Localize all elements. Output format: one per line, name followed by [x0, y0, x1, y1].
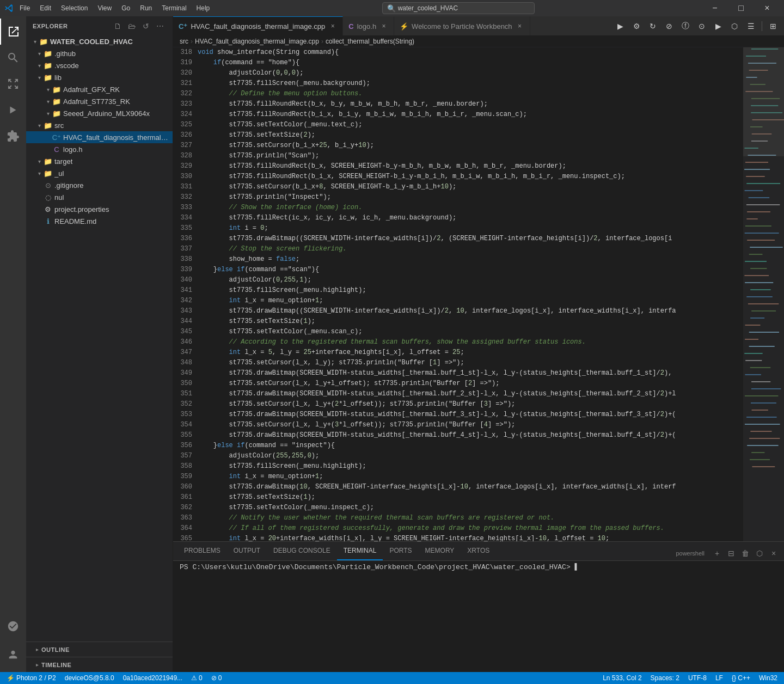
outline-arrow-icon: ▸	[33, 645, 41, 654]
activity-search-icon[interactable]	[0, 45, 26, 71]
new-folder-button[interactable]: 🗁	[126, 20, 138, 32]
tree-item[interactable]: ▾ 📁 .vscode	[26, 59, 173, 71]
close-button[interactable]: ×	[755, 0, 780, 16]
breadcrumb-function[interactable]: collect_thermal_buffers(String)	[326, 38, 414, 45]
code-line: 342 int i_x = menu_option+1;	[173, 296, 743, 306]
panel-add-button[interactable]: +	[711, 547, 723, 559]
run-f-button[interactable]: ⓕ	[678, 19, 693, 34]
search-input[interactable]	[398, 4, 530, 12]
code-editor[interactable]: 318void show_interface(String command){3…	[173, 47, 743, 541]
terminal-caret: ▌	[575, 563, 579, 571]
line-content: }else if(command =="scan"){	[198, 265, 319, 275]
minimize-button[interactable]: −	[702, 0, 727, 16]
tab-cpp[interactable]: C⁺ HVAC_fault_diagnosis_thermal_image.cp…	[173, 16, 343, 35]
tab-logo[interactable]: C logo.h ×	[343, 16, 394, 35]
status-device-id[interactable]: 0a10aced2021949...	[121, 672, 185, 684]
timeline-section[interactable]: ▸ TIMELINE	[26, 657, 173, 672]
tree-item[interactable]: ▾ 📁 target	[26, 155, 173, 167]
panel-maximize-button[interactable]: ⬡	[754, 547, 765, 559]
run-circle-button[interactable]: ⊙	[694, 19, 709, 34]
toolbar-divider	[762, 21, 762, 31]
line-content: st7735.drawBitmap(SCREEN_WIDTH-status_wi…	[198, 389, 676, 399]
tab-cpp-close[interactable]: ×	[328, 22, 337, 30]
menu-file[interactable]: File	[15, 3, 34, 13]
sidebar-header: EXPLORER 🗋 🗁 ↺ ⋯	[26, 16, 173, 35]
menu-edit[interactable]: Edit	[35, 3, 56, 13]
status-device-os[interactable]: deviceOS@5.8.0	[63, 672, 117, 684]
panel-tab-output[interactable]: OUTPUT	[227, 541, 267, 560]
run-stop-button[interactable]: ⊘	[661, 19, 677, 34]
line-number: 323	[173, 99, 198, 109]
menu-view[interactable]: View	[93, 3, 116, 13]
tree-item[interactable]: ▾ 📁 Seeed_Arduino_MLX9064x	[26, 107, 173, 119]
panel-tab-xrtos[interactable]: XRTOS	[461, 541, 496, 560]
status-ln-col[interactable]: Ln 533, Col 2	[601, 672, 644, 684]
tree-item[interactable]: ▾ 📁 Adafruit_GFX_RK	[26, 83, 173, 95]
status-spaces[interactable]: Spaces: 2	[648, 672, 682, 684]
breadcrumb-file[interactable]: HVAC_fault_diagnosis_thermal_image.cpp	[195, 38, 319, 45]
breadcrumb-src[interactable]: src	[180, 38, 188, 45]
tree-item[interactable]: C logo.h	[26, 143, 173, 155]
tree-item[interactable]: ▾ 📁 _ul	[26, 167, 173, 179]
tree-item[interactable]: ▾ 📁 .github	[26, 47, 173, 59]
activity-account-icon[interactable]	[0, 642, 26, 668]
run-play-button[interactable]: ▶	[710, 19, 726, 34]
maximize-button[interactable]: □	[728, 0, 754, 16]
run-settings-button[interactable]: ⚙	[629, 19, 644, 34]
status-remote[interactable]: ⚡ Photon 2 / P2	[4, 672, 58, 684]
tree-root-folder[interactable]: ▾ 📁 WATER_COOLED_HVAC	[26, 35, 173, 47]
title-bar: File Edit Selection View Go Run Terminal…	[0, 0, 784, 16]
tree-item[interactable]: ▾ 📁 Adafruit_ST7735_RK	[26, 95, 173, 107]
tab-welcome[interactable]: ⚡ Welcome to Particle Workbench ×	[394, 16, 530, 35]
status-platform[interactable]: Win32	[757, 672, 780, 684]
run-compile-button[interactable]: ↻	[645, 19, 660, 34]
panel-tab-terminal[interactable]: TERMINAL	[337, 541, 383, 560]
tree-item[interactable]: ⊙ .gitignore	[26, 179, 173, 191]
menu-run[interactable]: Run	[136, 3, 156, 13]
activity-remote-icon[interactable]	[0, 613, 26, 639]
menu-help[interactable]: Help	[192, 3, 215, 13]
panel-close-button[interactable]: ×	[768, 547, 780, 559]
tree-item[interactable]: ▾ 📁 lib	[26, 71, 173, 83]
new-file-button[interactable]: 🗋	[112, 20, 124, 32]
collapse-button[interactable]: ⋯	[154, 20, 166, 32]
panel-content[interactable]: PS C:\Users\kutlu\OneDrive\Documents\Par…	[173, 561, 784, 672]
panel-tab-ports[interactable]: PORTS	[383, 541, 418, 560]
line-number: 335	[173, 223, 198, 234]
panel-split-button[interactable]: ⊟	[725, 547, 737, 559]
run-particle-button[interactable]: ⬡	[727, 19, 742, 34]
status-eol[interactable]: LF	[713, 672, 725, 684]
sidebar: EXPLORER 🗋 🗁 ↺ ⋯ ▾ 📁 WATER_COOLED_HVAC ▾…	[26, 16, 173, 672]
panel-tab-memory[interactable]: MEMORY	[419, 541, 461, 560]
line-content: st7735.println("Scan");	[198, 151, 319, 161]
activity-source-control-icon[interactable]	[0, 71, 26, 97]
outline-section[interactable]: ▸ OUTLINE	[26, 642, 173, 657]
tab-welcome-close[interactable]: ×	[516, 22, 524, 30]
status-warnings[interactable]: ⊘ 0	[209, 672, 224, 684]
menu-selection[interactable]: Selection	[57, 3, 92, 13]
split-editor-button[interactable]: ⊞	[765, 19, 781, 34]
run-flash-button[interactable]: ▶	[612, 19, 628, 34]
status-language[interactable]: {} C++	[730, 672, 752, 684]
activity-explorer-icon[interactable]	[0, 19, 26, 45]
panel-tab-problems[interactable]: PROBLEMS	[177, 541, 227, 560]
activity-extensions-icon[interactable]	[0, 123, 26, 149]
activity-run-icon[interactable]	[0, 97, 26, 123]
menu-terminal[interactable]: Terminal	[157, 3, 191, 13]
tree-item[interactable]: ▾ 📁 src	[26, 119, 173, 131]
tree-item[interactable]: ℹ README.md	[26, 215, 173, 227]
tab-logo-close[interactable]: ×	[379, 22, 388, 30]
panel-tab-debug[interactable]: DEBUG CONSOLE	[267, 541, 337, 560]
line-number: 362	[173, 503, 198, 513]
tree-item[interactable]: C⁺ HVAC_fault_diagnosis_thermal_image.cp…	[26, 131, 173, 143]
refresh-button[interactable]: ↺	[140, 20, 152, 32]
status-encoding[interactable]: UTF-8	[686, 672, 709, 684]
tree-item[interactable]: ⚙ project.properties	[26, 203, 173, 215]
run-menu-button[interactable]: ☰	[743, 19, 758, 34]
tree-item[interactable]: ◌ nul	[26, 191, 173, 203]
panel-trash-button[interactable]: 🗑	[739, 547, 751, 559]
search-box[interactable]: 🔍	[382, 2, 535, 14]
title-search-area: 🔍	[214, 2, 702, 14]
status-errors[interactable]: ⚠ 0	[189, 672, 205, 684]
menu-go[interactable]: Go	[117, 3, 134, 13]
